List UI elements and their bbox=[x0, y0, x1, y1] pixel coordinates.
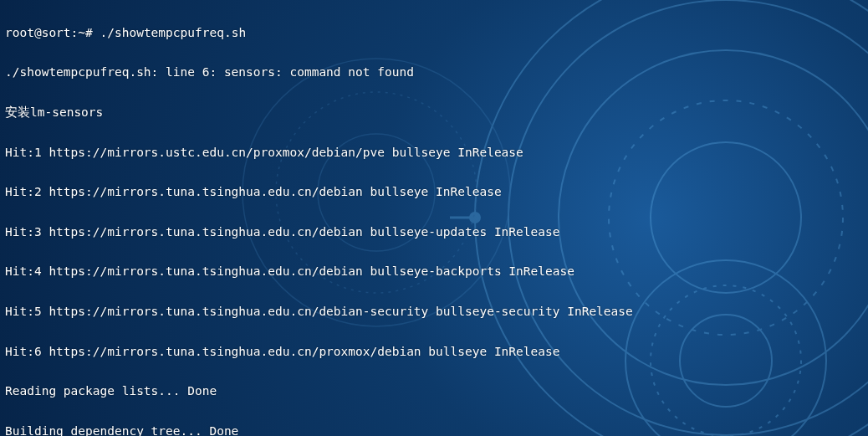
output-line: 安装lm-sensors bbox=[5, 103, 863, 123]
output-line: Hit:3 https://mirrors.tuna.tsinghua.edu.… bbox=[5, 223, 863, 243]
output-line: Hit:1 https://mirrors.ustc.edu.cn/proxmo… bbox=[5, 143, 863, 163]
output-line: Hit:2 https://mirrors.tuna.tsinghua.edu.… bbox=[5, 182, 863, 203]
output-line: ./showtempcpufreq.sh: line 6: sensors: c… bbox=[5, 63, 863, 83]
output-line: Hit:5 https://mirrors.tuna.tsinghua.edu.… bbox=[5, 302, 863, 322]
output-line: Hit:6 https://mirrors.tuna.tsinghua.edu.… bbox=[5, 342, 863, 362]
prompt-command: ./showtempcpufreq.sh bbox=[100, 26, 247, 39]
prompt-line: root@sort:~# ./showtempcpufreq.sh bbox=[5, 23, 863, 44]
output-line: Reading package lists... Done bbox=[5, 382, 863, 402]
prompt-user-host: root@sort bbox=[5, 26, 71, 39]
prompt-cwd: ~ bbox=[78, 26, 85, 39]
output-line: Hit:4 https://mirrors.tuna.tsinghua.edu.… bbox=[5, 262, 863, 282]
terminal-output[interactable]: root@sort:~# ./showtempcpufreq.sh ./show… bbox=[0, 0, 868, 436]
prompt-symbol: # bbox=[85, 26, 93, 39]
output-line: Building dependency tree... Done bbox=[5, 422, 863, 436]
